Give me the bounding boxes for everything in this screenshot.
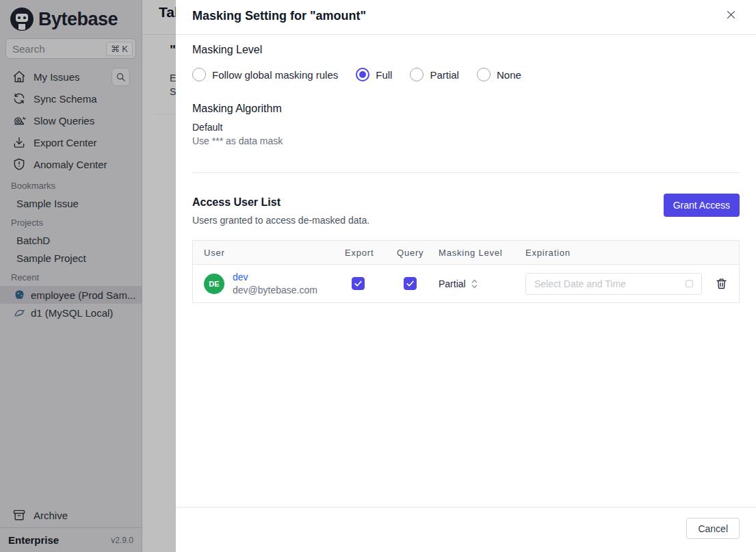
radio-circle[interactable] [410, 68, 423, 81]
table-row: DE dev dev@bytebase.com [193, 264, 739, 302]
divider [192, 172, 740, 173]
expiration-date-input[interactable]: Select Date and Time [525, 273, 702, 295]
radio-circle[interactable] [356, 68, 369, 81]
user-cell: DE dev dev@bytebase.com [193, 271, 345, 297]
modal-footer: Cancel [176, 507, 756, 552]
radio-label: Follow global masking rules [212, 69, 338, 81]
expiration-cell: Select Date and Time [525, 273, 739, 295]
access-user-list-header: Access User List Users granted to access… [192, 194, 740, 226]
masking-level-select[interactable]: Partial [439, 278, 525, 289]
table-header-row: User Export Query Masking Level Expirati… [193, 241, 739, 264]
masking-setting-modal: Masking Setting for "amount" Masking Lev… [176, 0, 756, 552]
column-header-query: Query [397, 248, 439, 258]
date-placeholder: Select Date and Time [534, 278, 679, 289]
access-user-table: User Export Query Masking Level Expirati… [192, 240, 740, 303]
query-checkbox[interactable] [404, 277, 417, 290]
chevron-up-down-icon [471, 278, 478, 289]
query-cell [397, 277, 439, 290]
close-icon[interactable] [724, 8, 738, 21]
masking-level-cell: Partial [439, 278, 525, 289]
access-user-list-heading: Access User List [192, 195, 369, 210]
check-icon [354, 279, 363, 288]
radio-label: Partial [430, 69, 459, 81]
check-icon [406, 279, 415, 288]
column-header-expiration: Expiration [525, 248, 739, 258]
column-header-user: User [193, 248, 345, 258]
masking-level-radio-group: Follow global masking rules Full Partial… [192, 68, 740, 81]
user-name-link[interactable]: dev [233, 271, 317, 284]
access-user-list-subtitle: Users granted to access de-masked data. [192, 215, 369, 226]
avatar: DE [204, 274, 224, 294]
modal-header: Masking Setting for "amount" [176, 0, 756, 35]
modal-title: Masking Setting for "amount" [192, 9, 740, 23]
app-root: Tab " E S Bytebase Search ⌘ K My Issues [0, 0, 756, 552]
radio-label: Full [376, 69, 392, 81]
grant-access-button[interactable]: Grant Access [664, 194, 740, 217]
modal-body: Masking Level Follow global masking rule… [176, 35, 756, 507]
algorithm-description: Use *** as data mask [192, 134, 740, 148]
algorithm-name: Default [192, 120, 740, 134]
masking-level-value: Partial [439, 278, 466, 289]
masking-level-heading: Masking Level [192, 43, 740, 57]
radio-label: None [497, 69, 521, 81]
trash-icon[interactable] [713, 276, 729, 292]
radio-circle[interactable] [192, 68, 206, 81]
radio-circle[interactable] [477, 68, 491, 81]
export-checkbox[interactable] [352, 277, 365, 290]
radio-none[interactable]: None [477, 68, 521, 81]
cancel-button[interactable]: Cancel [686, 518, 740, 539]
radio-follow-global-rules[interactable]: Follow global masking rules [192, 68, 338, 81]
user-email: dev@bytebase.com [233, 284, 317, 297]
column-header-export: Export [345, 248, 397, 258]
radio-full[interactable]: Full [356, 68, 392, 81]
export-cell [345, 277, 397, 290]
column-header-masking-level: Masking Level [439, 248, 525, 258]
radio-partial[interactable]: Partial [410, 68, 459, 81]
calendar-icon [684, 278, 694, 289]
masking-algorithm-heading: Masking Algorithm [192, 102, 740, 116]
